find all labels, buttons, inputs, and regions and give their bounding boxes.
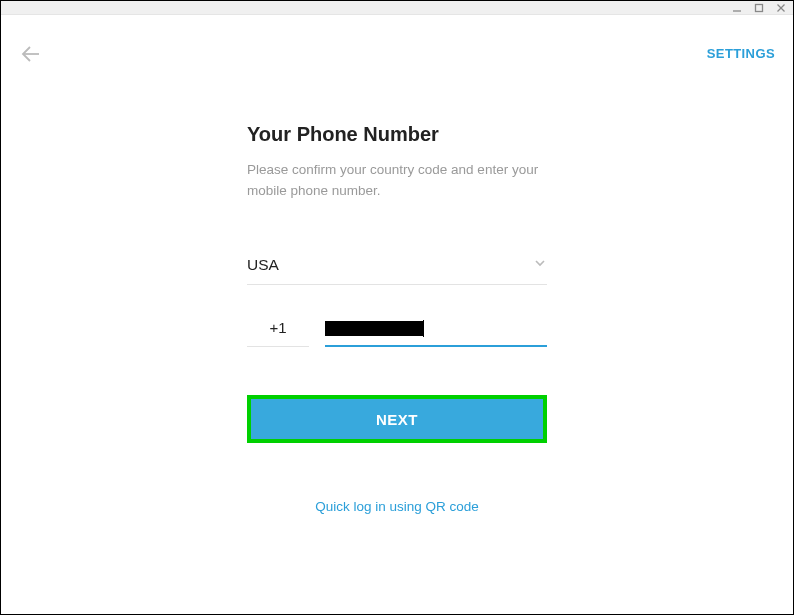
country-code-input[interactable]	[247, 319, 309, 347]
maximize-icon[interactable]	[753, 2, 765, 14]
minimize-icon[interactable]	[731, 2, 743, 14]
close-icon[interactable]	[775, 2, 787, 14]
phone-number-input[interactable]	[325, 319, 547, 347]
next-button[interactable]: NEXT	[247, 395, 547, 443]
country-selector[interactable]: USA	[247, 256, 547, 285]
country-label: USA	[247, 256, 279, 274]
chevron-down-icon	[533, 256, 547, 274]
window-titlebar	[1, 1, 793, 15]
page-subtitle: Please confirm your country code and ent…	[247, 160, 547, 202]
page-title: Your Phone Number	[247, 123, 547, 146]
settings-link[interactable]: SETTINGS	[707, 46, 775, 61]
phone-row	[247, 319, 547, 347]
text-caret	[423, 320, 424, 337]
qr-login-link[interactable]: Quick log in using QR code	[247, 499, 547, 514]
phone-number-redacted	[325, 321, 423, 336]
back-button[interactable]	[21, 45, 41, 67]
svg-rect-1	[756, 4, 763, 11]
